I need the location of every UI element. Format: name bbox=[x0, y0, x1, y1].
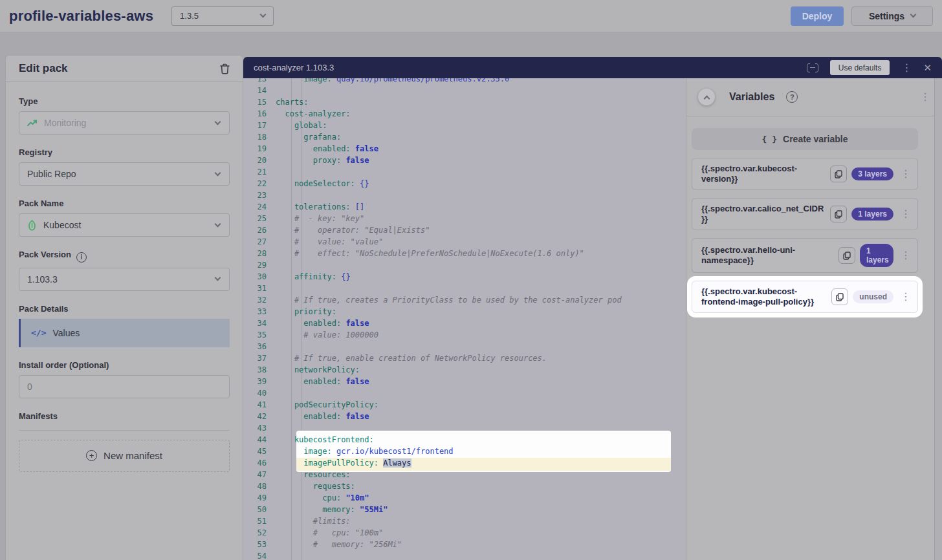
code-line-37: 37 # If true, enable creation of Network… bbox=[243, 352, 686, 364]
line-number: 44 bbox=[243, 434, 267, 446]
install-order-label: Install order (Optional) bbox=[19, 360, 230, 370]
code-line-16: 16 cost-analyzer: bbox=[243, 108, 686, 120]
variable-card[interactable]: {{.spectro.var.kubecost-frontend-image-p… bbox=[692, 281, 918, 313]
type-select[interactable]: Monitoring bbox=[19, 111, 230, 135]
type-label: Type bbox=[19, 96, 230, 106]
editor-kebab-menu-icon[interactable]: ⋮ bbox=[901, 63, 912, 73]
line-number: 42 bbox=[243, 411, 267, 422]
kubecost-logo-icon bbox=[27, 220, 37, 231]
pack-details-values-item[interactable]: </> Values bbox=[19, 319, 230, 347]
variable-kebab-menu-icon[interactable]: ⋮ bbox=[898, 169, 914, 179]
line-number: 38 bbox=[243, 364, 267, 376]
code-line-29: 29 bbox=[243, 259, 686, 271]
chevron-down-icon bbox=[215, 221, 221, 227]
copy-icon[interactable] bbox=[830, 166, 847, 182]
variables-kebab-menu-icon[interactable]: ⋮ bbox=[920, 92, 930, 102]
code-line-40: 40 bbox=[243, 387, 686, 399]
registry-select[interactable]: Public Repo bbox=[19, 162, 230, 186]
code-line-48: 48 requests: bbox=[243, 480, 686, 492]
code-line-39: 39 enabled: false bbox=[243, 376, 686, 387]
code-line-44: 44 kubecostFrontend: bbox=[243, 434, 686, 446]
line-number: 28 bbox=[243, 248, 267, 259]
code-line-32: 32 # If true, creates a PriorityClass to… bbox=[243, 294, 686, 306]
line-number: 20 bbox=[243, 155, 267, 166]
code-line-36: 36 bbox=[243, 341, 686, 352]
line-number: 30 bbox=[243, 271, 267, 283]
install-order-input[interactable] bbox=[19, 375, 230, 398]
line-number: 32 bbox=[243, 294, 267, 306]
compare-diff-icon[interactable] bbox=[807, 63, 818, 72]
close-icon[interactable]: ✕ bbox=[923, 62, 932, 74]
line-number: 54 bbox=[243, 550, 267, 560]
scrollbar-track[interactable] bbox=[934, 78, 942, 560]
copy-icon[interactable] bbox=[838, 247, 855, 264]
line-number: 31 bbox=[243, 283, 267, 294]
line-number: 48 bbox=[243, 480, 267, 492]
layers-badge: 1 layers bbox=[851, 208, 893, 221]
code-editor[interactable]: 13 image: quay.io/prometheus/prometheus:… bbox=[243, 78, 686, 560]
variable-kebab-menu-icon[interactable]: ⋮ bbox=[898, 292, 914, 302]
variables-title: Variables bbox=[729, 91, 774, 103]
line-number: 15 bbox=[243, 96, 267, 108]
line-number: 33 bbox=[243, 306, 267, 318]
code-line-17: 17 global: bbox=[243, 120, 686, 131]
code-line-46: 46 imagePullPolicy: Always bbox=[243, 457, 686, 469]
line-number: 41 bbox=[243, 399, 267, 411]
variable-kebab-menu-icon[interactable]: ⋮ bbox=[898, 209, 914, 219]
code-line-53: 53 # memory: "256Mi" bbox=[243, 539, 686, 550]
code-line-51: 51 #limits: bbox=[243, 515, 686, 527]
variable-card[interactable]: {{.spectro.var.calico_net_CIDR}}1 layers… bbox=[692, 198, 918, 230]
chevron-down-icon bbox=[910, 12, 917, 18]
variable-kebab-menu-icon[interactable]: ⋮ bbox=[898, 250, 914, 261]
line-number: 29 bbox=[243, 259, 267, 271]
create-variable-button[interactable]: { } Create variable bbox=[692, 128, 918, 150]
line-number: 14 bbox=[243, 85, 267, 96]
line-number: 39 bbox=[243, 376, 267, 387]
settings-button[interactable]: Settings bbox=[851, 6, 933, 26]
info-icon[interactable]: i bbox=[76, 252, 87, 263]
manifests-label: Manifests bbox=[19, 411, 230, 421]
variable-card[interactable]: {{.spectro.var.kubecost-version}}3 layer… bbox=[692, 158, 918, 190]
profile-version-select[interactable]: 1.3.5 bbox=[171, 6, 274, 26]
copy-icon[interactable] bbox=[831, 288, 848, 305]
line-number: 53 bbox=[243, 539, 267, 550]
type-value: Monitoring bbox=[44, 118, 86, 128]
variable-name: {{.spectro.var.kubecost-frontend-image-p… bbox=[701, 286, 827, 307]
code-icon: </> bbox=[31, 328, 46, 338]
line-number: 16 bbox=[243, 108, 267, 120]
unused-badge: unused bbox=[853, 290, 893, 303]
chevron-down-icon bbox=[215, 169, 221, 176]
code-line-50: 50 memory: "55Mi" bbox=[243, 504, 686, 515]
line-number: 50 bbox=[243, 504, 267, 515]
variable-card[interactable]: {{.spectro.var.hello-uni-namespace}}1 la… bbox=[692, 238, 918, 273]
help-icon[interactable]: ? bbox=[786, 91, 798, 103]
line-number: 35 bbox=[243, 329, 267, 341]
line-number: 45 bbox=[243, 446, 267, 457]
line-number: 47 bbox=[243, 469, 267, 480]
use-defaults-button[interactable]: Use defaults bbox=[830, 60, 890, 75]
pack-version-select[interactable]: 1.103.3 bbox=[19, 268, 230, 291]
line-number: 23 bbox=[243, 189, 267, 201]
code-line-49: 49 cpu: "10m" bbox=[243, 492, 686, 504]
pack-name-select[interactable]: Kubecost bbox=[19, 213, 230, 237]
layers-badge: 1 layers bbox=[860, 244, 893, 267]
collapse-panel-button[interactable] bbox=[698, 89, 715, 105]
line-number: 18 bbox=[243, 131, 267, 143]
line-number: 17 bbox=[243, 120, 267, 131]
edit-pack-title: Edit pack bbox=[19, 62, 68, 75]
line-number: 52 bbox=[243, 527, 267, 539]
edit-pack-panel: Edit pack Type Monitoring Registry Publi… bbox=[5, 55, 243, 560]
chevron-down-icon bbox=[215, 275, 221, 281]
line-number: 27 bbox=[243, 236, 267, 248]
code-line-35: 35 # value: 1000000 bbox=[243, 329, 686, 341]
code-lines: 13 image: quay.io/prometheus/prometheus:… bbox=[243, 78, 686, 560]
line-number: 43 bbox=[243, 422, 267, 434]
chevron-up-icon bbox=[703, 95, 710, 102]
editor-title: cost-analyzer 1.103.3 bbox=[254, 63, 334, 72]
deploy-button[interactable]: Deploy bbox=[791, 6, 844, 26]
trash-icon[interactable] bbox=[220, 63, 230, 74]
new-manifest-button[interactable]: + New manifest bbox=[19, 440, 230, 472]
copy-icon[interactable] bbox=[830, 206, 847, 222]
line-number: 36 bbox=[243, 341, 267, 352]
values-label: Values bbox=[52, 328, 80, 338]
